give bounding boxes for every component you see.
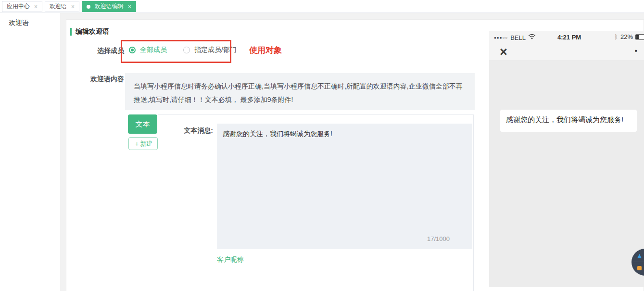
more-menu-icon[interactable]: • <box>634 47 637 55</box>
radio-specific-members[interactable]: 指定成员/部门 <box>183 46 237 54</box>
app-root: 应用中心 × 欢迎语 × 欢迎语编辑 × 欢迎语 编辑欢迎语 选择成员 <box>0 0 644 291</box>
tab-welcome[interactable]: 欢迎语 × <box>45 1 79 12</box>
status-right-group: ᛒ 22% <box>614 33 644 40</box>
welcome-content-label: 欢迎语内容 <box>66 75 124 84</box>
carrier-label: BELL <box>510 34 526 41</box>
tab-label: 欢迎语编辑 <box>95 2 124 11</box>
tab-bar: 应用中心 × 欢迎语 × 欢迎语编辑 × <box>0 0 644 13</box>
radio-checked-icon <box>129 47 136 53</box>
tab-label: 欢迎语 <box>50 2 67 11</box>
member-select-label: 选择成员 <box>66 47 124 55</box>
radio-label: 指定成员/部门 <box>194 46 237 54</box>
phone-preview: ●●●○○ BELL 4:21 PM ᛒ 22% × • 感谢您的关注，我们将竭… <box>489 31 644 287</box>
phone-nav-bar: × • <box>489 44 644 60</box>
char-counter: 17/1000 <box>427 235 450 242</box>
close-icon[interactable]: × <box>71 4 75 10</box>
text-message-label: 文本消息: <box>155 127 213 135</box>
member-radio-group: 全部成员 指定成员/部门 <box>129 46 237 54</box>
tab-welcome-edit[interactable]: 欢迎语编辑 × <box>82 1 136 12</box>
widget-bottom-icon <box>637 266 642 270</box>
radio-unchecked-icon <box>183 47 190 53</box>
widget-divider <box>633 262 644 262</box>
close-icon[interactable]: × <box>34 4 38 10</box>
tab-app-center[interactable]: 应用中心 × <box>2 1 42 12</box>
signal-strength-icon: ●●●○○ <box>494 36 508 40</box>
sidebar: 欢迎语 <box>0 13 60 291</box>
message-textarea[interactable] <box>217 124 472 249</box>
chat-bubble: 感谢您的关注，我们将竭诚为您服务! <box>500 110 637 132</box>
section-title: 编辑欢迎语 <box>76 27 109 36</box>
text-type-tab[interactable]: 文本 <box>128 114 157 134</box>
section-accent-bar <box>70 28 72 36</box>
add-new-button[interactable]: ＋新建 <box>128 137 158 150</box>
tab-label: 应用中心 <box>7 2 30 11</box>
close-icon[interactable]: × <box>128 4 131 10</box>
radio-label: 全部成员 <box>140 46 167 54</box>
section-header: 编辑欢迎语 <box>70 27 109 36</box>
notice-box: 当填写小程序信息时请务必确认小程序正确,当填写小程序信息不正确时,所配置的欢迎语… <box>125 73 475 110</box>
sidebar-item-welcome[interactable]: 欢迎语 <box>0 13 60 27</box>
wifi-icon <box>528 34 536 41</box>
customer-nickname-link[interactable]: 客户昵称 <box>217 255 244 264</box>
bluetooth-icon: ᛒ <box>614 33 618 40</box>
annotation-text: 使用对象 <box>249 45 282 56</box>
battery-icon <box>635 34 644 40</box>
radio-all-members[interactable]: 全部成员 <box>129 46 167 54</box>
phone-status-bar: ●●●○○ BELL 4:21 PM ᛒ 22% <box>489 31 644 44</box>
widget-top-icon <box>637 254 642 258</box>
clock-label: 4:21 PM <box>557 34 581 41</box>
battery-percent: 22% <box>620 33 633 40</box>
close-icon[interactable]: × <box>500 44 507 60</box>
phone-chat-area: 感谢您的关注，我们将竭诚为您服务! <box>489 60 644 287</box>
active-dot-icon <box>87 5 90 9</box>
